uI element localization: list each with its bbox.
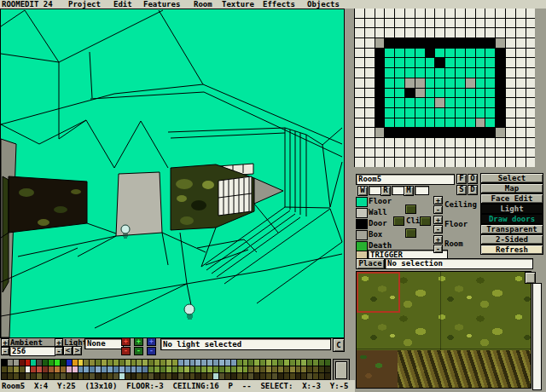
map-cell[interactable] [506, 19, 515, 28]
map-cell[interactable] [415, 68, 425, 78]
map-cell[interactable] [516, 148, 526, 158]
map-cell[interactable] [496, 49, 505, 58]
checkbox-box[interactable] [356, 230, 368, 240]
map-cell[interactable] [365, 98, 375, 107]
palette-swatch[interactable] [55, 360, 60, 366]
palette-swatch[interactable] [237, 360, 242, 366]
map-cell[interactable] [445, 98, 455, 107]
mode-button-face-edit[interactable]: Face Edit [480, 193, 543, 204]
map-cell[interactable] [476, 9, 485, 18]
map-cell[interactable] [456, 128, 465, 137]
map-cell[interactable] [445, 158, 455, 167]
w-field[interactable] [369, 186, 381, 195]
map-cell[interactable] [405, 19, 415, 28]
light-minus-button[interactable]: - [55, 347, 63, 355]
map-cell[interactable] [485, 28, 495, 37]
map-cell[interactable] [355, 89, 364, 98]
map-cell[interactable] [375, 38, 385, 48]
map-cell[interactable] [485, 19, 495, 28]
palette-swatch[interactable] [131, 360, 136, 366]
map-cell[interactable] [485, 58, 495, 67]
palette-swatch[interactable] [184, 373, 189, 379]
palette-swatch[interactable] [136, 373, 142, 379]
map-cell[interactable] [506, 68, 515, 78]
palette-swatch[interactable] [313, 366, 318, 372]
room-minus-button[interactable]: - [433, 245, 443, 253]
map-cell[interactable] [385, 38, 394, 48]
map-cell[interactable] [385, 98, 394, 107]
map-cell[interactable] [365, 28, 375, 37]
map-cell[interactable] [405, 128, 415, 137]
palette-swatch[interactable] [154, 366, 160, 372]
palette-swatch[interactable] [31, 366, 36, 372]
room-plus-button[interactable]: + [433, 235, 443, 244]
floor-minus-button[interactable]: - [433, 225, 443, 233]
palette-swatch[interactable] [37, 373, 42, 379]
map-cell[interactable] [355, 158, 364, 167]
map-cell[interactable] [516, 58, 526, 67]
palette-scroll-handle[interactable] [335, 361, 347, 379]
map-cell[interactable] [445, 9, 455, 18]
map-cell[interactable] [415, 78, 425, 88]
map-cell[interactable] [445, 108, 455, 118]
palette-swatch[interactable] [260, 373, 265, 379]
palette-swatch[interactable] [102, 366, 107, 372]
texture-scrollbar[interactable] [532, 283, 542, 390]
map-cell[interactable] [526, 138, 536, 147]
palette-swatch[interactable] [325, 373, 330, 379]
mode-button-draw-doors[interactable]: Draw doors [480, 214, 543, 224]
palette-swatch[interactable] [201, 360, 206, 366]
map-cell[interactable] [476, 89, 485, 98]
palette-swatch[interactable] [248, 366, 253, 372]
map-cell[interactable] [506, 49, 515, 58]
map-cell[interactable] [365, 38, 375, 48]
map-cell[interactable] [375, 89, 385, 98]
o-button[interactable]: O [468, 174, 478, 184]
map-cell[interactable] [485, 78, 495, 88]
place-selection-field[interactable]: No selection [385, 258, 533, 269]
map-cell[interactable] [405, 58, 415, 67]
color-palette[interactable] [1, 359, 331, 380]
map-cell[interactable] [365, 49, 375, 58]
map-cell[interactable] [466, 89, 475, 98]
map-cell[interactable] [476, 98, 485, 107]
palette-swatch[interactable] [136, 360, 142, 366]
palette-swatch[interactable] [49, 360, 54, 366]
palette-swatch[interactable] [125, 360, 131, 366]
palette-swatch[interactable] [131, 366, 136, 372]
palette-scroll[interactable] [333, 359, 350, 382]
palette-swatch[interactable] [113, 360, 119, 366]
palette-swatch[interactable] [26, 366, 31, 372]
palette-swatch[interactable] [178, 366, 183, 372]
map-cell[interactable] [415, 9, 425, 18]
map-cell[interactable] [405, 78, 415, 88]
map-cell[interactable] [426, 158, 435, 167]
palette-swatch[interactable] [248, 373, 253, 379]
palette-swatch[interactable] [296, 360, 301, 366]
map-cell[interactable] [506, 138, 515, 147]
map-cell[interactable] [526, 38, 536, 48]
map-cell[interactable] [466, 28, 475, 37]
map-cell[interactable] [485, 38, 495, 48]
palette-swatch[interactable] [243, 360, 248, 366]
map-cell[interactable] [526, 98, 536, 107]
map-cell[interactable] [415, 19, 425, 28]
green-plus-button[interactable]: + [134, 337, 143, 346]
map-cell[interactable] [516, 138, 526, 147]
palette-swatch[interactable] [284, 366, 289, 372]
palette-swatch[interactable] [14, 366, 19, 372]
menu-item-roomedit-24[interactable]: ROOMEDIT 24 [2, 0, 53, 9]
palette-swatch[interactable] [190, 373, 195, 379]
palette-swatch[interactable] [90, 366, 95, 372]
menu-item-features[interactable]: Features [143, 0, 180, 9]
map-cell[interactable] [496, 148, 505, 158]
palette-swatch[interactable] [148, 360, 154, 366]
map-grid[interactable] [354, 9, 535, 167]
map-cell[interactable] [426, 108, 435, 118]
map-cell[interactable] [506, 89, 515, 98]
green-minus-button[interactable]: - [134, 347, 143, 355]
map-cell[interactable] [476, 68, 485, 78]
palette-swatch[interactable] [260, 366, 265, 372]
palette-swatch[interactable] [184, 366, 189, 372]
palette-swatch[interactable] [78, 360, 84, 366]
